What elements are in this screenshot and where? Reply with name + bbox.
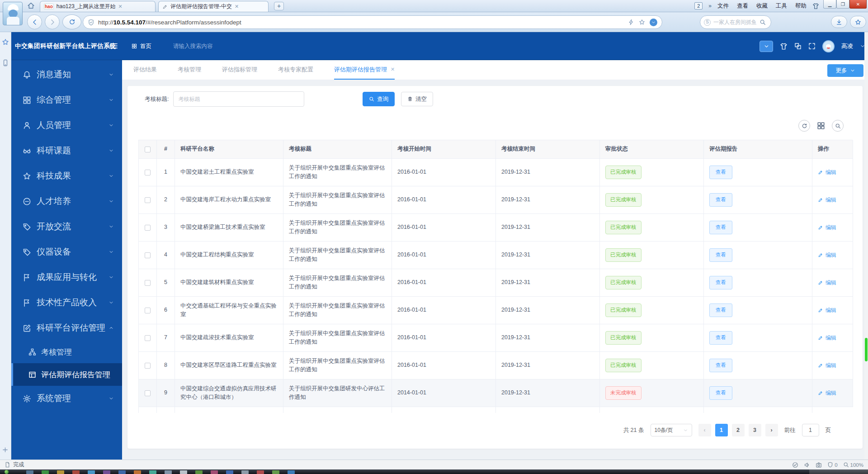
- row-checkbox[interactable]: [145, 197, 151, 203]
- view-report-button[interactable]: 查看: [709, 359, 732, 372]
- status-shield-icon[interactable]: [827, 462, 833, 468]
- row-checkbox[interactable]: [145, 335, 151, 341]
- filter-title-input[interactable]: [173, 91, 304, 107]
- browser-menu-item[interactable]: 帮助: [795, 2, 807, 10]
- view-report-button[interactable]: 查看: [709, 303, 732, 317]
- taskbar-app-icon[interactable]: [226, 470, 233, 474]
- sidebar-subitem-10-1[interactable]: 评估期评估报告管理: [11, 363, 122, 386]
- search-button[interactable]: 查询: [363, 92, 395, 106]
- view-report-button[interactable]: 查看: [709, 386, 732, 400]
- browser-menu-item[interactable]: 收藏: [756, 2, 768, 10]
- edit-button[interactable]: 编辑: [818, 168, 836, 177]
- start-button[interactable]: [5, 470, 9, 474]
- fullscreen-icon[interactable]: [808, 43, 816, 50]
- sidebar-item-8[interactable]: 成果应用与转化: [11, 265, 122, 290]
- restore-button[interactable]: ❐: [836, 0, 849, 9]
- select-all-checkbox[interactable]: [145, 147, 151, 152]
- browser-tab[interactable]: 评估期评估报告管理-中交✕: [158, 1, 269, 12]
- sidebar-item-10[interactable]: 科研平台评估管理: [11, 315, 122, 341]
- search-magnifier-icon[interactable]: [760, 19, 766, 25]
- sidebar-item-4[interactable]: 科技成果: [11, 163, 122, 189]
- page-tab-0[interactable]: 评估结果: [133, 60, 157, 80]
- sidebar-subitem-10-0[interactable]: 考核管理: [11, 341, 122, 363]
- browser-menu-item[interactable]: 查看: [737, 2, 748, 10]
- edit-button[interactable]: 编辑: [818, 389, 836, 398]
- sidebar-item-6[interactable]: 开放交流: [11, 214, 122, 239]
- browser-menu-item[interactable]: 工具: [776, 2, 787, 10]
- close-button[interactable]: ✕: [849, 0, 867, 9]
- close-tab-icon[interactable]: ✕: [118, 4, 123, 9]
- table-search-button[interactable]: [832, 120, 844, 132]
- page-scrollbar[interactable]: [864, 32, 868, 460]
- taskbar-app-icon[interactable]: [288, 470, 295, 474]
- prev-page-button[interactable]: ‹: [698, 424, 711, 436]
- row-checkbox[interactable]: [145, 170, 151, 175]
- download-button[interactable]: [831, 16, 847, 28]
- taskbar-app-icon[interactable]: [257, 470, 264, 474]
- translate-drop-icon[interactable]: [650, 19, 657, 26]
- sidebar-item-0[interactable]: 消息通知: [11, 62, 122, 87]
- favorites-star-icon[interactable]: [2, 38, 9, 46]
- taskbar-app-icon[interactable]: [180, 470, 187, 474]
- page-number-button[interactable]: 2: [732, 424, 745, 436]
- mobile-phone-icon[interactable]: [2, 59, 9, 66]
- theme-shirt-icon[interactable]: [780, 43, 788, 50]
- minimize-button[interactable]: ▁: [823, 0, 836, 9]
- system-tray[interactable]: [809, 469, 868, 474]
- row-checkbox[interactable]: [145, 363, 151, 369]
- sidebar-item-11[interactable]: 系统管理: [11, 386, 122, 411]
- status-camera-icon[interactable]: [816, 462, 822, 468]
- page-number-button[interactable]: 3: [749, 424, 761, 436]
- edit-button[interactable]: 编辑: [818, 306, 836, 315]
- taskbar-app-icon[interactable]: [241, 470, 249, 474]
- refresh-table-button[interactable]: [798, 120, 810, 132]
- sidebar-item-1[interactable]: 综合管理: [11, 87, 122, 113]
- row-checkbox[interactable]: [145, 225, 151, 231]
- scrollbar-thumb[interactable]: [865, 338, 868, 361]
- taskbar-app-icon[interactable]: [134, 470, 141, 474]
- close-tab-icon[interactable]: ✕: [235, 4, 239, 9]
- view-report-button[interactable]: 查看: [709, 248, 732, 262]
- close-page-tab-icon[interactable]: ✕: [391, 66, 395, 72]
- favorites-button[interactable]: [850, 16, 866, 28]
- row-checkbox[interactable]: [145, 252, 151, 258]
- edit-button[interactable]: 编辑: [818, 361, 836, 370]
- bookmark-star-icon[interactable]: [639, 19, 645, 25]
- column-settings-button[interactable]: [817, 122, 825, 130]
- view-report-button[interactable]: 查看: [709, 276, 732, 289]
- page-tab-3[interactable]: 考核专家配置: [278, 60, 313, 80]
- windows-taskbar[interactable]: [0, 469, 868, 474]
- forward-button[interactable]: [45, 14, 60, 29]
- sidebar-item-2[interactable]: 人员管理: [11, 113, 122, 138]
- hamburger-menu-icon[interactable]: [110, 42, 118, 50]
- nav-home[interactable]: 首页: [132, 32, 151, 60]
- next-page-button[interactable]: ›: [765, 424, 778, 436]
- sidebar-item-5[interactable]: 人才培养: [11, 189, 122, 214]
- row-checkbox[interactable]: [145, 308, 151, 313]
- taskbar-app-icon[interactable]: [57, 470, 64, 474]
- browser-menu-item[interactable]: 文件: [717, 2, 729, 10]
- clear-button[interactable]: 清空: [401, 92, 433, 106]
- sidebar-item-7[interactable]: 仪器设备: [11, 239, 122, 265]
- taskbar-app-icon[interactable]: [195, 470, 203, 474]
- status-zoom-icon[interactable]: [843, 462, 849, 468]
- edit-button[interactable]: 编辑: [818, 196, 836, 204]
- taskbar-app-icon[interactable]: [88, 470, 95, 474]
- back-button[interactable]: [27, 14, 42, 29]
- username[interactable]: 高凌: [841, 42, 853, 50]
- browser-search-box[interactable]: S: [700, 15, 771, 29]
- edit-button[interactable]: 编辑: [818, 334, 836, 342]
- taskbar-app-icon[interactable]: [118, 470, 126, 474]
- page-number-button[interactable]: 1: [715, 424, 728, 436]
- page-tab-4[interactable]: 评估期评估报告管理✕: [334, 60, 395, 80]
- taskbar-app-icon[interactable]: [42, 470, 49, 474]
- browser-search-input[interactable]: [713, 19, 757, 25]
- taskbar-app-icon[interactable]: [165, 470, 172, 474]
- view-report-button[interactable]: 查看: [709, 331, 732, 345]
- status-check-icon[interactable]: [792, 462, 798, 468]
- row-checkbox[interactable]: [145, 280, 151, 286]
- user-avatar[interactable]: [822, 40, 835, 52]
- more-button[interactable]: 更多: [827, 64, 863, 77]
- header-search-input[interactable]: 请输入搜索内容: [173, 32, 213, 60]
- goto-page-input[interactable]: [802, 424, 819, 436]
